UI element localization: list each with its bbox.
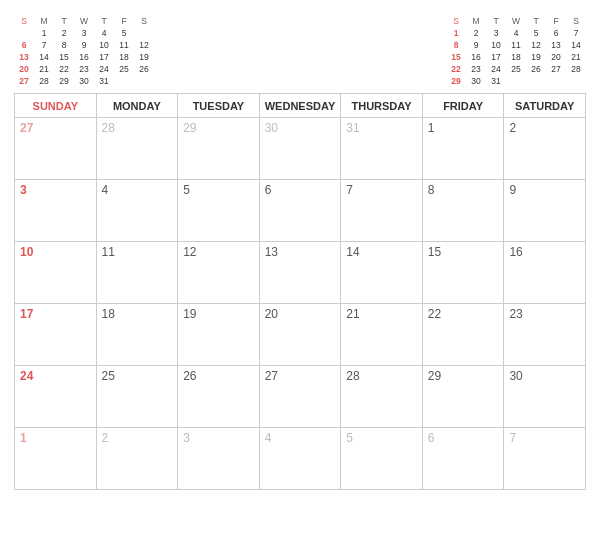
table-cell: 29: [178, 118, 260, 180]
aug-cell: 29: [54, 75, 74, 87]
aug-header-thu: T: [94, 15, 114, 27]
oct-header-sun: S: [446, 15, 466, 27]
oct-cell: 15: [446, 51, 466, 63]
oct-cell: 30: [466, 75, 486, 87]
oct-cell: 31: [486, 75, 506, 87]
day-number: 14: [346, 245, 359, 259]
aug-cell: 2: [54, 27, 74, 39]
oct-header-sat: S: [566, 15, 586, 27]
aug-cell: 7: [34, 39, 54, 51]
oct-cell: 10: [486, 39, 506, 51]
day-number: 15: [428, 245, 441, 259]
day-number: 7: [346, 183, 353, 197]
day-number: 5: [183, 183, 190, 197]
day-number: 5: [346, 431, 353, 445]
aug-cell: 5: [114, 27, 134, 39]
table-cell: 29: [422, 366, 504, 428]
table-row: 1234567: [15, 428, 586, 490]
day-number: 25: [102, 369, 115, 383]
aug-cell: 12: [134, 39, 154, 51]
table-cell: 25: [96, 366, 178, 428]
table-cell: 30: [504, 366, 586, 428]
day-number: 24: [20, 369, 33, 383]
october-mini-calendar: S M T W T F S 12345678910111213141516171…: [446, 12, 586, 87]
aug-header-fri: F: [114, 15, 134, 27]
day-number: 19: [183, 307, 196, 321]
table-cell: 15: [422, 242, 504, 304]
table-cell: 27: [259, 366, 341, 428]
oct-header-mon: M: [466, 15, 486, 27]
oct-header-wed: W: [506, 15, 526, 27]
table-cell: 4: [96, 180, 178, 242]
aug-cell: 22: [54, 63, 74, 75]
oct-cell: 23: [466, 63, 486, 75]
oct-header-fri: F: [546, 15, 566, 27]
aug-cell: 14: [34, 51, 54, 63]
day-number: 16: [509, 245, 522, 259]
day-number: 6: [428, 431, 435, 445]
aug-header-sun: S: [14, 15, 34, 27]
day-number: 22: [428, 307, 441, 321]
oct-cell: 12: [526, 39, 546, 51]
oct-cell: 1: [446, 27, 466, 39]
day-number: 23: [509, 307, 522, 321]
aug-cell: 9: [74, 39, 94, 51]
day-number: 4: [102, 183, 109, 197]
table-cell: 9: [504, 180, 586, 242]
table-cell: 18: [96, 304, 178, 366]
main-header-sunday: SUNDAY: [15, 94, 97, 118]
oct-cell: 3: [486, 27, 506, 39]
main-header-thursday: THURSDAY: [341, 94, 423, 118]
table-cell: 17: [15, 304, 97, 366]
table-cell: 31: [341, 118, 423, 180]
oct-cell: [546, 75, 566, 87]
table-cell: 7: [341, 180, 423, 242]
oct-cell: [526, 75, 546, 87]
oct-cell: 11: [506, 39, 526, 51]
oct-header-thu: T: [526, 15, 546, 27]
aug-cell: 6: [14, 39, 34, 51]
table-cell: 27: [15, 118, 97, 180]
aug-cell: 4: [94, 27, 114, 39]
oct-cell: 28: [566, 63, 586, 75]
calendar-page: S M T W T F S 12345678910111213141516171…: [0, 0, 600, 550]
table-cell: 5: [341, 428, 423, 490]
main-header-wednesday: WEDNESDAY: [259, 94, 341, 118]
main-header-friday: FRIDAY: [422, 94, 504, 118]
table-cell: 28: [96, 118, 178, 180]
main-calendar: SUNDAYMONDAYTUESDAYWEDNESDAYTHURSDAYFRID…: [14, 93, 586, 490]
table-row: 3456789: [15, 180, 586, 242]
day-number: 27: [20, 121, 33, 135]
day-number: 13: [265, 245, 278, 259]
day-number: 21: [346, 307, 359, 321]
day-number: 27: [265, 369, 278, 383]
day-number: 12: [183, 245, 196, 259]
aug-cell: 31: [94, 75, 114, 87]
day-number: 28: [346, 369, 359, 383]
aug-cell: 18: [114, 51, 134, 63]
aug-cell: 3: [74, 27, 94, 39]
oct-cell: [506, 75, 526, 87]
table-cell: 19: [178, 304, 260, 366]
oct-cell: 21: [566, 51, 586, 63]
table-cell: 3: [178, 428, 260, 490]
table-cell: 11: [96, 242, 178, 304]
table-cell: 13: [259, 242, 341, 304]
aug-cell: [114, 75, 134, 87]
oct-cell: [566, 75, 586, 87]
table-cell: 16: [504, 242, 586, 304]
oct-cell: 17: [486, 51, 506, 63]
aug-cell: [134, 75, 154, 87]
table-row: 272829303112: [15, 118, 586, 180]
day-number: 18: [102, 307, 115, 321]
table-cell: 1: [15, 428, 97, 490]
table-cell: 6: [259, 180, 341, 242]
main-header-saturday: SATURDAY: [504, 94, 586, 118]
aug-header-sat: S: [134, 15, 154, 27]
aug-cell: [14, 27, 34, 39]
day-number: 29: [183, 121, 196, 135]
table-cell: 5: [178, 180, 260, 242]
aug-cell: 1: [34, 27, 54, 39]
oct-cell: 16: [466, 51, 486, 63]
aug-cell: 13: [14, 51, 34, 63]
